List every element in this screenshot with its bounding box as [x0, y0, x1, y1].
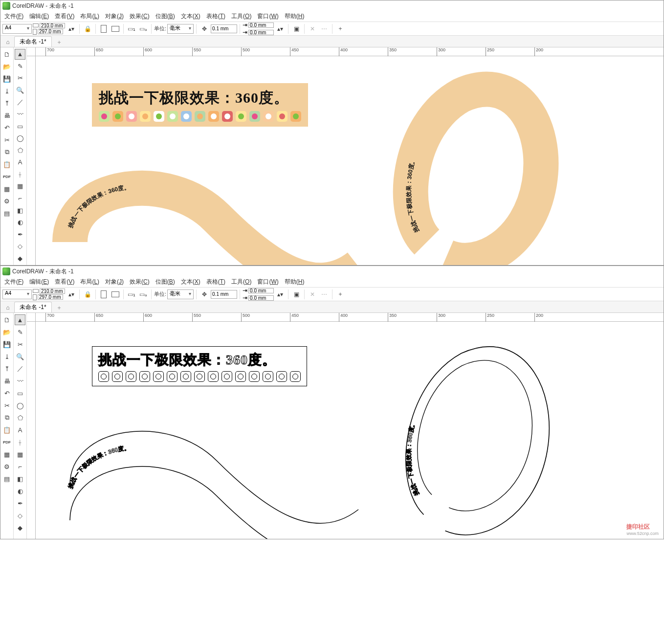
text-tool-icon[interactable]: A [15, 157, 25, 168]
units-select-2[interactable]: 毫米 [167, 289, 194, 299]
zoom-tool-icon[interactable]: 🔍 [15, 85, 25, 96]
crop-tool-icon[interactable]: ✂ [15, 73, 25, 84]
current-page-button-2[interactable]: ▭ₐ [138, 289, 149, 300]
banner-rect[interactable]: 挑战一下极限效果：360度。 [92, 83, 308, 127]
drawing-page-2[interactable]: 挑战一下极限效果：360度。 挑战一下极限效果：360度。 挑战一下极限效果：3… [36, 322, 664, 539]
new-icon[interactable]: 🗋 [1, 49, 12, 60]
s-curve-outline[interactable]: 挑战一下极限效果：360度。 [45, 405, 378, 539]
spinner-buttons-4[interactable]: ▴▾ [275, 289, 286, 300]
options-icon[interactable]: ⚙ [1, 196, 12, 206]
paste-icon-2[interactable]: 📋 [1, 424, 12, 435]
spinner-buttons-3[interactable]: ▴▾ [66, 289, 77, 300]
menu-tools[interactable]: 工具(O) [228, 11, 254, 22]
ruler-origin[interactable] [27, 47, 36, 56]
welcome-tab[interactable]: ⌂ [2, 37, 13, 47]
menu-text[interactable]: 文本(X) [178, 11, 203, 22]
fill-tool-icon-2[interactable]: ◆ [15, 522, 25, 533]
copy-icon[interactable]: ⧉ [1, 147, 12, 157]
menu-help-2[interactable]: 帮助(H) [282, 277, 308, 287]
menu-effects-2[interactable]: 效果(C) [127, 277, 153, 287]
welcome-tab-2[interactable]: ⌂ [2, 303, 13, 312]
snap-options-button[interactable]: ⋯ [319, 23, 330, 34]
shape-tool-icon-2[interactable]: ✎ [15, 327, 25, 337]
connector-tool-icon-2[interactable]: ⌐ [15, 461, 25, 472]
polygon-tool-icon[interactable]: ⬠ [15, 145, 25, 156]
ruler-horizontal[interactable]: 700 650 600 550 500 450 400 350 300 250 … [36, 47, 664, 56]
options-icon-2[interactable]: ⚙ [1, 461, 12, 472]
dimension-tool-icon[interactable]: ⟊ [15, 169, 25, 180]
orientation-portrait-button-2[interactable] [98, 289, 109, 300]
outline-tool-icon-2[interactable]: ◇ [15, 510, 25, 521]
lock-ratio-button[interactable]: 🔒 [82, 23, 93, 34]
add-preset-button[interactable]: ＋ [335, 23, 346, 34]
banner-rect-outline[interactable]: 挑战一下极限效果：360度。 [92, 346, 307, 386]
transparency-tool-icon[interactable]: ◐ [15, 217, 25, 228]
ring-curve-artwork[interactable]: 挑战一下极限效果：360度。 [378, 66, 559, 265]
menu-file-2[interactable]: 文件(F) [1, 277, 26, 287]
menu-object[interactable]: 对象(J) [102, 11, 127, 22]
menu-window[interactable]: 窗口(W) [254, 11, 281, 22]
connector-tool-icon[interactable]: ⌐ [15, 193, 25, 204]
pick-tool-icon[interactable]: ▲ [15, 49, 25, 60]
page-size-select-2[interactable]: A4 [2, 289, 32, 299]
export-icon[interactable]: ⤒ [1, 98, 12, 109]
snap-off-button[interactable]: ✕ [307, 23, 318, 34]
menu-bitmap-2[interactable]: 位图(B) [153, 277, 178, 287]
lock-ratio-button-2[interactable]: 🔒 [82, 289, 93, 300]
save-icon-2[interactable]: 💾 [1, 339, 12, 350]
units-select[interactable]: 毫米 [167, 24, 194, 34]
menu-file[interactable]: 文件(F) [1, 11, 26, 22]
shadow-tool-icon-2[interactable]: ◧ [15, 473, 25, 484]
dup-y-input-2[interactable] [248, 295, 274, 301]
ruler-origin-2[interactable] [27, 313, 36, 322]
cut-icon[interactable]: ✂ [1, 134, 12, 145]
eyedropper-tool-icon[interactable]: ✒ [15, 229, 25, 240]
page-height-input-2[interactable] [38, 294, 63, 300]
nudge-input-2[interactable] [211, 290, 237, 299]
cut-icon-2[interactable]: ✂ [1, 400, 12, 411]
menu-layout-2[interactable]: 布局(L) [77, 277, 102, 287]
outline-tool-icon[interactable]: ◇ [15, 241, 25, 252]
print-icon-2[interactable]: 🖶 [1, 376, 12, 386]
dup-x-input[interactable] [248, 22, 274, 28]
freehand-tool-icon[interactable]: ／ [15, 97, 25, 108]
menu-object-2[interactable]: 对象(J) [102, 277, 127, 287]
menu-edit[interactable]: 编辑(E) [26, 11, 52, 22]
text-tool-icon-2[interactable]: A [15, 424, 25, 435]
new-tab-button[interactable]: ＋ [54, 37, 65, 47]
new-icon-2[interactable]: 🗋 [1, 314, 12, 325]
dup-y-input[interactable] [248, 30, 274, 35]
treat-as-filled-button-2[interactable]: ▣ [291, 289, 302, 300]
menu-edit-2[interactable]: 编辑(E) [26, 277, 52, 287]
ellipse-tool-icon[interactable]: ◯ [15, 133, 25, 144]
current-page-button[interactable]: ▭ₐ [138, 23, 149, 34]
save-icon[interactable]: 💾 [1, 73, 12, 84]
menu-text-2[interactable]: 文本(X) [178, 277, 203, 287]
launcher-icon-2[interactable]: ▤ [1, 473, 12, 484]
new-tab-button-2[interactable]: ＋ [54, 303, 65, 312]
all-pages-button[interactable]: ▭₁ [126, 23, 137, 34]
menu-table[interactable]: 表格(T) [203, 11, 228, 22]
menu-bitmap[interactable]: 位图(B) [153, 11, 178, 22]
document-tab-2[interactable]: 未命名 -1* [14, 302, 52, 312]
canvas-area-2[interactable]: 700 650 600 550 500 450 400 350 300 250 … [27, 313, 664, 539]
table-tool-icon[interactable]: ▦ [15, 181, 25, 192]
crop-tool-icon-2[interactable]: ✂ [15, 339, 25, 350]
menu-effects[interactable]: 效果(C) [127, 11, 153, 22]
menu-window-2[interactable]: 窗口(W) [254, 277, 281, 287]
drawing-page[interactable]: 挑战一下极限效果：360度。 挑战一下极限效果：360度。 挑战一下极限效果：3… [36, 56, 664, 265]
launcher-icon[interactable]: ▤ [1, 208, 12, 219]
zoom-tool-icon-2[interactable]: 🔍 [15, 351, 25, 362]
freehand-tool-icon-2[interactable]: ／ [15, 363, 25, 374]
copy-icon-2[interactable]: ⧉ [1, 412, 12, 423]
export-icon-2[interactable]: ⤒ [1, 363, 12, 374]
nudge-input[interactable] [211, 24, 237, 33]
snap-off-button-2[interactable]: ✕ [307, 289, 318, 300]
ellipse-tool-icon-2[interactable]: ◯ [15, 400, 25, 411]
pick-tool-icon-2[interactable]: ▲ [15, 314, 25, 325]
print-icon[interactable]: 🖶 [1, 110, 12, 121]
transparency-tool-icon-2[interactable]: ◐ [15, 486, 25, 496]
shadow-tool-icon[interactable]: ◧ [15, 205, 25, 216]
menu-table-2[interactable]: 表格(T) [203, 277, 228, 287]
shape-tool-icon[interactable]: ✎ [15, 61, 25, 72]
